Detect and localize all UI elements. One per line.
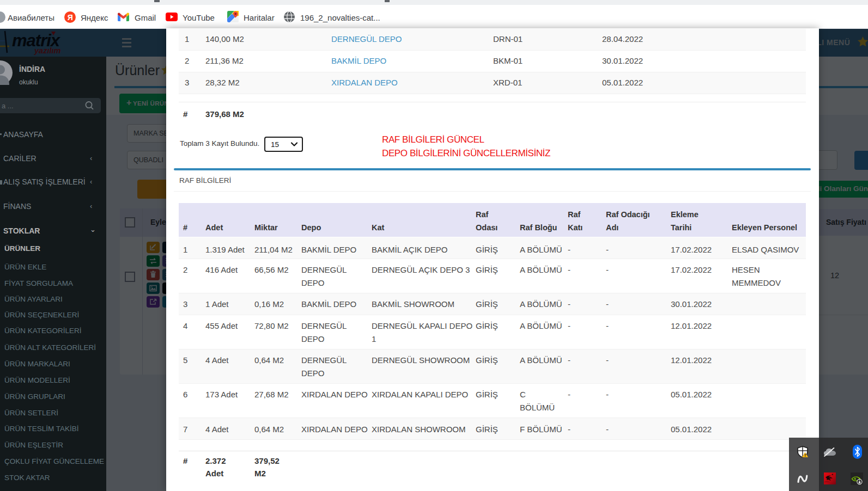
svg-text:Я: Я bbox=[68, 13, 73, 22]
